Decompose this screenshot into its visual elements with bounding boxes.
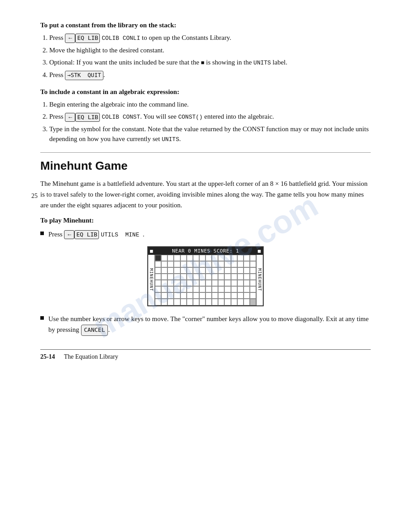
game-cell xyxy=(237,299,244,305)
page-number: 25 xyxy=(31,193,38,200)
game-cell xyxy=(193,274,199,280)
cancel-key: CANCEL xyxy=(81,325,108,336)
game-cell xyxy=(250,292,256,299)
game-cell xyxy=(167,255,174,261)
game-cell xyxy=(206,299,212,305)
game-cell xyxy=(187,274,193,280)
game-cell xyxy=(180,280,187,286)
footer: 25-14 The Equation Library xyxy=(40,349,371,360)
game-cell xyxy=(237,255,244,261)
game-cell xyxy=(174,280,180,286)
game-cell xyxy=(199,286,206,292)
game-cell xyxy=(167,280,174,286)
game-cell xyxy=(174,274,180,280)
game-cell xyxy=(244,299,250,305)
game-cell xyxy=(161,274,167,280)
game-cell xyxy=(212,299,218,305)
game-cell xyxy=(180,292,187,299)
game-cell xyxy=(206,280,212,286)
game-cell xyxy=(193,292,199,299)
game-cell xyxy=(218,267,224,274)
alg-step-2: Press ←EQ LIB COLIB CONST. You will see … xyxy=(49,112,371,122)
left-arrow-key: ← xyxy=(65,34,75,43)
game-cell xyxy=(187,261,193,267)
stack-step-4: Press →STK QUIT. xyxy=(49,70,371,80)
game-side-right: MINEHUNT xyxy=(257,255,263,305)
game-side-left: MINEHUNT xyxy=(148,255,154,305)
game-cell xyxy=(187,255,193,261)
game-cell xyxy=(180,299,187,305)
game-header-center: NEAR 0 MINES SCORE: 1 xyxy=(172,248,239,254)
game-cell xyxy=(193,286,199,292)
game-cell xyxy=(206,274,212,280)
game-cell xyxy=(155,274,161,280)
section-stack-heading: To put a constant from the library on th… xyxy=(40,21,371,29)
page: manualhive.com To put a constant from th… xyxy=(0,0,411,532)
game-cell xyxy=(161,299,167,305)
play-bullet-2-content: Use the number keys or arrow keys to mov… xyxy=(48,313,371,336)
game-cell xyxy=(237,261,244,267)
play-bullet-1-content: Press ←EQ LIB UTILS MINE . xyxy=(48,229,371,240)
game-cell xyxy=(237,274,244,280)
minehunt-heading: Minehunt Game xyxy=(40,159,371,173)
footer-page: 25-14 xyxy=(40,353,55,360)
game-cell xyxy=(206,286,212,292)
footer-title: The Equation Library xyxy=(64,353,118,360)
left-arrow-key-3: ← xyxy=(64,230,74,239)
game-cell xyxy=(193,261,199,267)
game-cell xyxy=(224,286,231,292)
game-cell xyxy=(187,280,193,286)
game-cell xyxy=(167,261,174,267)
stack-step-3: Optional: If you want the units included… xyxy=(49,57,371,68)
section-stack-list: Press ←EQ LIB COLIB CONLI to open up the… xyxy=(49,33,371,80)
game-cell xyxy=(250,280,256,286)
game-screenshot: ■ NEAR 0 MINES SCORE: 1 ■ MINEHUNT MINEH… xyxy=(147,246,264,306)
game-cell xyxy=(237,286,244,292)
game-cell xyxy=(250,267,256,274)
game-cell xyxy=(224,267,231,274)
game-header: ■ NEAR 0 MINES SCORE: 1 ■ xyxy=(148,247,263,255)
game-cell xyxy=(250,286,256,292)
game-cell xyxy=(237,267,244,274)
alg-step-1: Begin entering the algebraic into the co… xyxy=(49,99,371,110)
game-cell xyxy=(155,255,161,261)
game-cell xyxy=(206,267,212,274)
game-cell xyxy=(250,255,256,261)
game-cell xyxy=(250,299,256,305)
alg-step-3: Type in the symbol for the constant. Not… xyxy=(49,124,371,144)
game-cell xyxy=(193,299,199,305)
game-cell xyxy=(231,280,237,286)
game-cell xyxy=(161,292,167,299)
game-cell xyxy=(218,255,224,261)
game-cell xyxy=(193,267,199,274)
game-cell xyxy=(161,267,167,274)
game-cell xyxy=(155,267,161,274)
stack-step-1: Press ←EQ LIB COLIB CONLI to open up the… xyxy=(49,33,371,43)
game-body: MINEHUNT MINEHUNT xyxy=(148,255,263,305)
game-cell xyxy=(161,261,167,267)
game-cell xyxy=(206,292,212,299)
game-cell xyxy=(167,286,174,292)
game-cell xyxy=(206,261,212,267)
game-cell xyxy=(231,292,237,299)
game-cell xyxy=(199,280,206,286)
game-cell xyxy=(174,267,180,274)
game-cell xyxy=(180,255,187,261)
section-algebraic-heading: To include a constant in an algebraic ex… xyxy=(40,88,371,96)
game-cell xyxy=(174,286,180,292)
game-cell xyxy=(244,292,250,299)
game-cell xyxy=(167,267,174,274)
game-cell xyxy=(218,274,224,280)
to-play-heading: To play Minehunt: xyxy=(40,217,371,224)
game-cell xyxy=(155,299,161,305)
game-cell xyxy=(199,261,206,267)
game-cell xyxy=(231,255,237,261)
game-cell xyxy=(180,267,187,274)
game-cell xyxy=(174,292,180,299)
game-cell xyxy=(218,286,224,292)
game-cell xyxy=(161,255,167,261)
section-stack: To put a constant from the library on th… xyxy=(40,21,371,80)
game-cell xyxy=(174,255,180,261)
game-cell xyxy=(155,292,161,299)
game-cell xyxy=(218,292,224,299)
